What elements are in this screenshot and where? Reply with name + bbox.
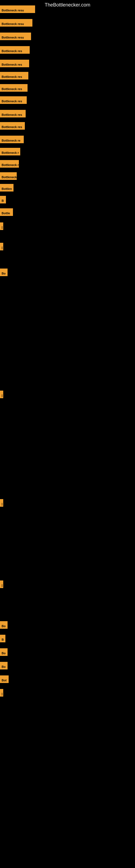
bar-item: Bottleneck r — [0, 160, 19, 167]
bar-label: Bottleneck res — [0, 60, 29, 67]
bar-label: Bottleneck res — [0, 84, 28, 92]
bar-label: Bottleneck d — [0, 172, 17, 180]
bar-item: Bottleneck resu — [0, 33, 31, 40]
bar-label: Bottleneck re — [0, 135, 24, 143]
bar-label: B — [0, 196, 6, 204]
bar-label: Bottleneck res — [0, 96, 27, 104]
bar-label: Bottleneck resu — [0, 33, 31, 40]
bar-label: Bo — [0, 621, 8, 629]
bar-item: Bottleneck res — [0, 60, 29, 67]
bar-item: Bottleneck res — [0, 96, 27, 104]
bar-label: Bot — [0, 675, 9, 683]
bar-item: Bottleneck re — [0, 135, 24, 143]
bar-item: Bottleneck res — [0, 46, 30, 54]
bar-item: | — [0, 499, 3, 507]
bar-item: Bottleneck r — [0, 148, 20, 155]
bar-item: Bo — [0, 621, 8, 629]
bar-label: Bottlen — [0, 184, 13, 191]
bar-label: | — [0, 499, 3, 507]
bar-label: Bottleneck resu — [0, 5, 35, 13]
bar-item: Bottle — [0, 208, 13, 216]
bar-label: Bo — [0, 269, 8, 276]
bar-item: Bottleneck resu — [0, 19, 32, 27]
bar-item: Bo — [0, 648, 8, 656]
bar-item: Bottleneck d — [0, 172, 17, 180]
bar-label: Bottleneck res — [0, 110, 26, 118]
bar-item: | — [0, 581, 3, 588]
bar-label: Bo — [0, 648, 8, 656]
bar-label: | — [0, 689, 3, 696]
bar-item: B — [0, 196, 6, 204]
bar-item: Bottleneck res — [0, 122, 25, 130]
bar-label: Bottle — [0, 208, 13, 216]
bar-label: Bottleneck r — [0, 148, 20, 155]
bar-label: B — [0, 635, 5, 642]
bar-label: | — [0, 243, 3, 250]
bar-item: | — [0, 243, 3, 250]
bar-item: Bo — [0, 662, 8, 670]
bar-label: Bottleneck res — [0, 72, 28, 80]
bar-label: Bottleneck r — [0, 160, 19, 167]
bar-item: Bottleneck resu — [0, 5, 35, 13]
bar-label: | — [0, 222, 3, 230]
bar-label: Bo — [0, 662, 8, 670]
bar-label: Bottleneck res — [0, 122, 25, 130]
bar-item: | — [0, 689, 3, 696]
bar-item: Bottlen — [0, 184, 13, 191]
bar-label: Bottleneck res — [0, 46, 30, 54]
bar-item: B — [0, 635, 5, 642]
bar-item: Bo — [0, 269, 8, 276]
bar-label: | — [0, 391, 3, 398]
bar-item: Bottleneck res — [0, 84, 28, 92]
bar-item: Bottleneck res — [0, 110, 26, 118]
bar-label: Bottleneck resu — [0, 19, 32, 27]
bar-item: Bottleneck res — [0, 72, 28, 80]
bar-item: | — [0, 391, 3, 398]
bar-label: | — [0, 581, 3, 588]
bar-item: Bot — [0, 675, 9, 683]
bar-item: | — [0, 222, 3, 230]
